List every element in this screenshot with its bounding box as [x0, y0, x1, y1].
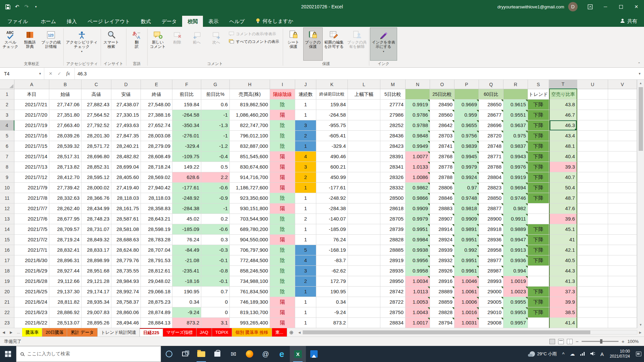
cell-V12[interactable]	[608, 203, 637, 214]
cell-J18[interactable]: 3	[295, 266, 316, 276]
cell-O15[interactable]: 28924	[430, 235, 454, 245]
row-header-9[interactable]: 9	[0, 172, 14, 183]
sheet-tab-4[interactable]: トレンド統計関連	[98, 328, 140, 337]
cell-A6[interactable]: 2021/7/15	[14, 141, 49, 152]
cell-I1[interactable]: 陽線陰線	[270, 89, 295, 100]
cell-M12[interactable]: 28618	[380, 203, 406, 214]
cell-R19[interactable]: 1.0019	[503, 276, 528, 287]
cell-U9[interactable]	[577, 172, 608, 183]
smart-lookup-button[interactable]: スマート 検索	[102, 27, 121, 61]
row-header-22[interactable]: 22	[0, 307, 14, 318]
column-header-D[interactable]: D	[111, 80, 141, 89]
cell-P1[interactable]	[454, 89, 479, 100]
cell-F9[interactable]: 628.6	[172, 172, 201, 183]
outlook-web-button[interactable]: @	[258, 346, 274, 362]
cell-M7[interactable]: 28391	[380, 152, 406, 162]
row-header-7[interactable]: 7	[0, 152, 14, 162]
cell-T1[interactable]: 空売り比率	[549, 89, 577, 100]
cell-J23[interactable]: 1	[295, 318, 316, 328]
save-icon[interactable]	[3, 2, 12, 11]
cell-Q4[interactable]: 28696	[479, 120, 503, 131]
task-view-button[interactable]	[177, 346, 193, 362]
cell-R2[interactable]: 0.9615	[503, 100, 528, 110]
cell-I22[interactable]: 陽	[270, 307, 295, 318]
network-button[interactable]	[578, 346, 588, 362]
cell-F19[interactable]: -18.16	[172, 276, 201, 287]
sheet-tab-9[interactable]: 個別 騰落率 推移	[232, 328, 272, 337]
cell-E14[interactable]: 28,598.19	[141, 224, 172, 235]
cell-B18[interactable]: 28,927.44	[49, 266, 82, 276]
sheet-tab-8[interactable]: TOPIX	[212, 328, 232, 337]
cell-J14[interactable]: 1	[295, 224, 316, 235]
cell-V16[interactable]	[608, 245, 637, 255]
cell-G21[interactable]: 0	[201, 297, 230, 307]
cell-J16[interactable]: 5	[295, 245, 316, 255]
cell-A21[interactable]: 2021/6/24	[14, 297, 49, 307]
delete-comment-button[interactable]: 削除	[168, 27, 187, 61]
weather-widget[interactable]: 29°C 小雨	[527, 346, 559, 362]
cell-S3[interactable]: 下降	[528, 110, 549, 120]
cell-O1[interactable]: 25日比較	[430, 89, 454, 100]
cell-P6[interactable]: 0.9839	[454, 141, 479, 152]
cell-P14[interactable]: 0.9891	[454, 224, 479, 235]
tab-insert[interactable]: 挿入	[61, 16, 82, 27]
column-header-T[interactable]: T	[549, 80, 577, 89]
cell-F10[interactable]: -177.61	[172, 183, 201, 193]
cell-O11[interactable]: 28846	[430, 193, 454, 203]
cell-G11[interactable]: -0.9	[201, 193, 230, 203]
cell-M1[interactable]: 5日比較	[380, 89, 406, 100]
cell-R3[interactable]: 0.9551	[503, 110, 528, 120]
cell-V5[interactable]	[608, 131, 637, 141]
cell-E11[interactable]: 28,118.03	[141, 193, 172, 203]
cell-J12[interactable]: 1	[295, 203, 316, 214]
cell-H10[interactable]: 1,186,727,600	[230, 183, 270, 193]
cell-L11[interactable]	[348, 193, 380, 203]
cell-U5[interactable]	[577, 131, 608, 141]
translate-button[interactable]: あA 翻 訳	[127, 27, 147, 61]
cell-T4[interactable]: 46.3	[549, 120, 577, 131]
column-header-M[interactable]: M	[380, 80, 406, 89]
cell-T16[interactable]: 42.1	[549, 245, 577, 255]
cell-R14[interactable]: 0.9889	[503, 224, 528, 235]
cell-H3[interactable]: 1,086,460,200	[230, 110, 270, 120]
cell-S5[interactable]: 下降	[528, 131, 549, 141]
cell-D17[interactable]: 28,779.76	[111, 255, 141, 266]
cell-J19[interactable]: 2	[295, 276, 316, 287]
cell-B7[interactable]: 28,517.31	[49, 152, 82, 162]
cell-N12[interactable]: 0.9909	[406, 203, 430, 214]
cell-U11[interactable]	[577, 193, 608, 203]
cell-T6[interactable]: 48.1	[549, 141, 577, 152]
cell-H20[interactable]: 761,834,500	[230, 287, 270, 297]
cell-U7[interactable]	[577, 152, 608, 162]
cell-S20[interactable]: 下降	[528, 287, 549, 297]
cell-J22[interactable]: 1	[295, 307, 316, 318]
cell-G9[interactable]: 2.2	[201, 172, 230, 183]
cell-H9[interactable]: 914,716,700	[230, 172, 270, 183]
cell-Q2[interactable]: 28650	[479, 100, 503, 110]
cell-L17[interactable]	[348, 255, 380, 266]
cell-B12[interactable]: 28,262.40	[49, 203, 82, 214]
column-header-C[interactable]: C	[82, 80, 111, 89]
cell-S7[interactable]: 下降	[528, 152, 549, 162]
thesaurus-button[interactable]: 類義語 辞典	[20, 27, 40, 61]
cell-A20[interactable]: 2021/6/25	[14, 287, 49, 297]
cell-D9[interactable]: 28,405.60	[111, 172, 141, 183]
column-header-B[interactable]: B	[49, 80, 82, 89]
cell-B10[interactable]: 27,739.42	[49, 183, 82, 193]
row-header-15[interactable]: 15	[0, 235, 14, 245]
cell-R11[interactable]: 0.9746	[503, 193, 528, 203]
cell-N21[interactable]: 1.0053	[406, 297, 430, 307]
cell-M2[interactable]: 27774	[380, 100, 406, 110]
cell-C13[interactable]: 28,748.23	[82, 214, 111, 224]
cell-O20[interactable]: 28889	[430, 287, 454, 297]
column-header-K[interactable]: K	[316, 80, 348, 89]
cell-F6[interactable]: -329.4	[172, 141, 201, 152]
cell-T3[interactable]: 46.7	[549, 110, 577, 120]
maximize-button[interactable]	[613, 0, 629, 13]
column-header-N[interactable]: N	[406, 80, 430, 89]
cell-B6[interactable]: 28,539.32	[49, 141, 82, 152]
cell-D12[interactable]: 28,161.75	[111, 203, 141, 214]
cell-N16[interactable]: 0.9938	[406, 245, 430, 255]
avatar[interactable]: D	[568, 2, 578, 11]
cell-E6[interactable]: 28,279.09	[141, 141, 172, 152]
